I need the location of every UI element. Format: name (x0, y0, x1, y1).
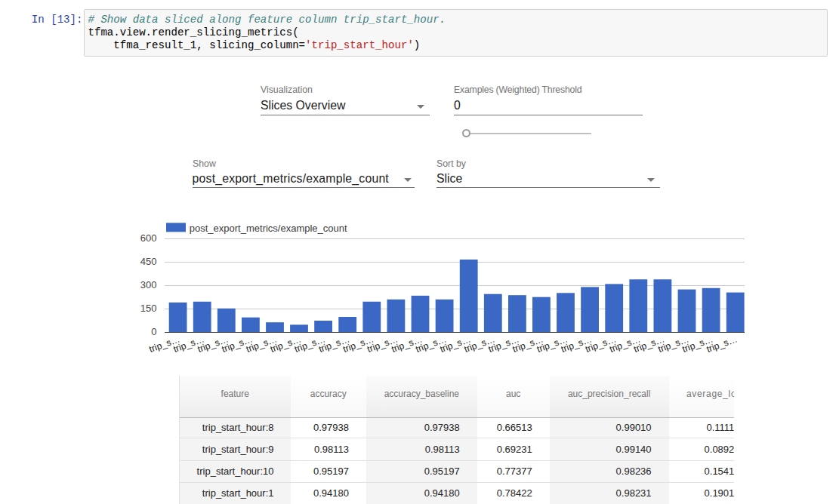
svg-text:150: 150 (140, 303, 157, 314)
svg-text:300: 300 (140, 279, 157, 290)
svg-text:post_export_metrics/example_co: post_export_metrics/example_count (190, 223, 347, 234)
svg-text:450: 450 (140, 256, 157, 267)
svg-text:0: 0 (151, 326, 156, 337)
svg-text:600: 600 (140, 232, 157, 244)
